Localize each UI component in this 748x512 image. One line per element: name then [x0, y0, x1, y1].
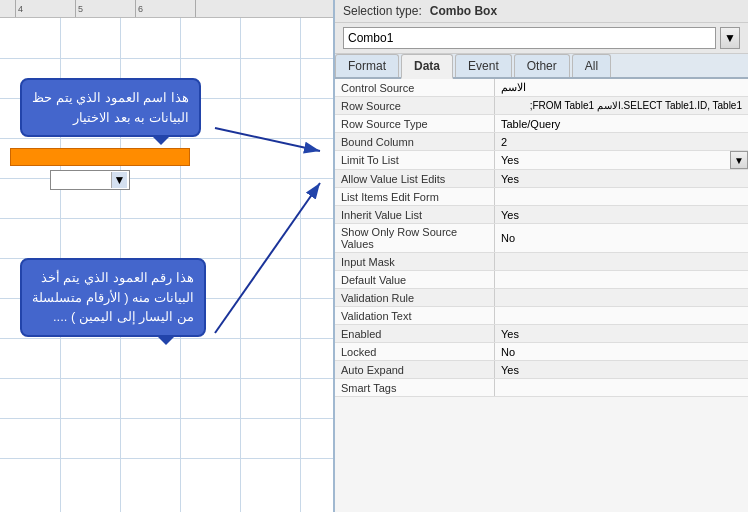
prop-row-row-source: Row Source SELECT Table1.ID, Table1.الاس… [335, 97, 748, 115]
prop-name-auto-expand: Auto Expand [335, 361, 495, 378]
left-panel: 4 5 6 ▼ [0, 0, 335, 512]
callout-top-line1: هذا اسم العمود الذي يتم حظ [32, 88, 189, 108]
prop-row-smart-tags: Smart Tags [335, 379, 748, 397]
prop-row-bound-column: Bound Column 2 [335, 133, 748, 151]
right-panel: Selection type: Combo Box Combo1 ▼ Forma… [335, 0, 748, 512]
prop-name-bound-column: Bound Column [335, 133, 495, 150]
prop-value-allow-value-list-edits[interactable]: Yes [495, 170, 748, 187]
grid-area: ▼ هذا اسم العمود الذي يتم حظ البيانات به… [0, 18, 333, 512]
combo-row: Combo1 ▼ [335, 23, 748, 54]
prop-row-auto-expand: Auto Expand Yes [335, 361, 748, 379]
prop-name-input-mask: Input Mask [335, 253, 495, 270]
prop-value-enabled[interactable]: Yes [495, 325, 748, 342]
grid-row-1 [0, 58, 333, 59]
prop-value-show-only-row-source[interactable]: No [495, 224, 748, 252]
prop-row-show-only-row-source: Show Only Row Source Values No [335, 224, 748, 253]
prop-name-control-source: Control Source [335, 79, 495, 96]
prop-value-limit-to-list[interactable]: Yes [495, 152, 730, 168]
grid-col-5 [300, 18, 301, 512]
prop-name-allow-value-list-edits: Allow Value List Edits [335, 170, 495, 187]
prop-row-default-value: Default Value [335, 271, 748, 289]
prop-row-list-items-edit-form: List Items Edit Form [335, 188, 748, 206]
prop-value-default-value[interactable] [495, 271, 748, 288]
prop-name-validation-text: Validation Text [335, 307, 495, 324]
prop-dropdown-btn-limit-to-list[interactable]: ▼ [730, 151, 748, 169]
prop-name-row-source-type: Row Source Type [335, 115, 495, 132]
grid-row-11 [0, 458, 333, 459]
callout-bottom-line2: البيانات منه ( الأرقام متسلسلة [32, 288, 194, 308]
prop-row-allow-value-list-edits: Allow Value List Edits Yes [335, 170, 748, 188]
prop-name-validation-rule: Validation Rule [335, 289, 495, 306]
callout-top-line2: البيانات به بعد الاختيار [32, 108, 189, 128]
ruler-mark-4: 4 [15, 0, 75, 17]
prop-row-inherit-value-list: Inherit Value List Yes [335, 206, 748, 224]
prop-name-smart-tags: Smart Tags [335, 379, 495, 396]
selection-type-label: Selection type: [343, 4, 422, 18]
prop-value-row-source[interactable]: SELECT Table1.ID, Table1.الاسم FROM Tabl… [495, 97, 748, 114]
tab-all[interactable]: All [572, 54, 611, 77]
callout-bottom: هذا رقم العمود الذي يتم أخذ البيانات منه… [20, 258, 206, 337]
prop-value-locked[interactable]: No [495, 343, 748, 360]
prop-row-validation-text: Validation Text [335, 307, 748, 325]
prop-value-smart-tags[interactable] [495, 379, 748, 396]
property-table: Control Source الاسم Row Source SELECT T… [335, 79, 748, 512]
prop-row-validation-rule: Validation Rule [335, 289, 748, 307]
prop-name-limit-to-list: Limit To List [335, 151, 495, 169]
prop-value-validation-rule[interactable] [495, 289, 748, 306]
prop-value-control-source[interactable]: الاسم [495, 79, 748, 96]
tab-event[interactable]: Event [455, 54, 512, 77]
prop-value-list-items-edit-form[interactable] [495, 188, 748, 205]
grid-row-9 [0, 378, 333, 379]
tabs-row: Format Data Event Other All [335, 54, 748, 79]
callout-top: هذا اسم العمود الذي يتم حظ البيانات به ب… [20, 78, 201, 137]
prop-row-limit-to-list: Limit To List Yes ▼ [335, 151, 748, 170]
prop-name-list-items-edit-form: List Items Edit Form [335, 188, 495, 205]
prop-row-control-source: Control Source الاسم [335, 79, 748, 97]
prop-row-locked: Locked No [335, 343, 748, 361]
prop-value-bound-column[interactable]: 2 [495, 133, 748, 150]
prop-value-input-mask[interactable] [495, 253, 748, 270]
prop-value-auto-expand[interactable]: Yes [495, 361, 748, 378]
prop-name-show-only-row-source: Show Only Row Source Values [335, 224, 495, 252]
ruler-mark-7 [195, 0, 255, 17]
prop-value-inherit-value-list[interactable]: Yes [495, 206, 748, 223]
prop-name-locked: Locked [335, 343, 495, 360]
prop-name-inherit-value-list: Inherit Value List [335, 206, 495, 223]
dropdown-arrow-icon[interactable]: ▼ [111, 172, 127, 188]
svg-line-2 [215, 128, 320, 151]
ruler-mark-5: 5 [75, 0, 135, 17]
grid-row-5 [0, 218, 333, 219]
prop-row-row-source-type: Row Source Type Table/Query [335, 115, 748, 133]
ruler: 4 5 6 [0, 0, 333, 18]
grid-row-10 [0, 418, 333, 419]
ruler-mark-6: 6 [135, 0, 195, 17]
prop-name-default-value: Default Value [335, 271, 495, 288]
combo-value: Combo1 [348, 31, 393, 45]
prop-row-enabled: Enabled Yes [335, 325, 748, 343]
prop-value-row-source-type[interactable]: Table/Query [495, 115, 748, 132]
tab-data[interactable]: Data [401, 54, 453, 79]
selection-type-value: Combo Box [430, 4, 497, 18]
combo-dropdown-button[interactable]: ▼ [720, 27, 740, 49]
ruler-marks: 4 5 6 [15, 0, 333, 17]
prop-name-row-source: Row Source [335, 97, 495, 114]
grid-col-4 [240, 18, 241, 512]
callout-bottom-line3: من اليسار إلى اليمين ) .... [32, 307, 194, 327]
selection-type-row: Selection type: Combo Box [335, 0, 748, 23]
combo-input[interactable]: Combo1 [343, 27, 716, 49]
tab-other[interactable]: Other [514, 54, 570, 77]
prop-name-enabled: Enabled [335, 325, 495, 342]
grid-dropdown[interactable]: ▼ [50, 170, 130, 190]
prop-row-input-mask: Input Mask [335, 253, 748, 271]
prop-value-validation-text[interactable] [495, 307, 748, 324]
prop-value-limit-to-list-wrapper: Yes ▼ [495, 151, 748, 169]
tab-format[interactable]: Format [335, 54, 399, 77]
callout-bottom-line1: هذا رقم العمود الذي يتم أخذ [32, 268, 194, 288]
